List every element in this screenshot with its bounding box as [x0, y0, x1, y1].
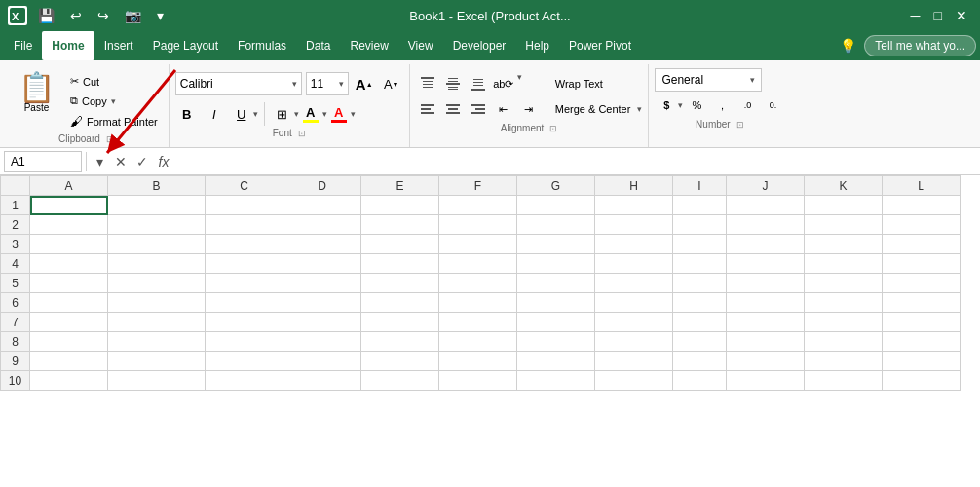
cell-c10[interactable]	[206, 371, 283, 391]
cell-a6[interactable]	[30, 293, 108, 313]
cell-i2[interactable]	[673, 215, 727, 235]
formula-input[interactable]	[176, 155, 976, 169]
decrease-decimal-button[interactable]: 0.	[761, 94, 784, 117]
top-align-button[interactable]	[416, 72, 439, 95]
cell-a10[interactable]	[30, 371, 108, 391]
cell-d8[interactable]	[283, 332, 361, 352]
font-family-selector[interactable]: Calibri ▾	[175, 72, 302, 95]
cell-f1[interactable]	[439, 196, 517, 215]
bold-button[interactable]: B	[175, 102, 199, 126]
cell-a8[interactable]	[30, 332, 108, 352]
cell-k1[interactable]	[805, 196, 883, 215]
cell-d9[interactable]	[283, 352, 361, 371]
decrease-font-size-button[interactable]: A▼	[380, 72, 403, 95]
cell-a3[interactable]	[30, 235, 108, 254]
cell-reference-box[interactable]: A1	[4, 151, 82, 172]
cell-g5[interactable]	[517, 274, 595, 293]
fx-button[interactable]: fx	[155, 153, 172, 170]
cell-b7[interactable]	[108, 313, 206, 332]
undo-button[interactable]: ↩	[65, 6, 87, 25]
cell-c6[interactable]	[206, 293, 283, 313]
cell-e7[interactable]	[361, 313, 439, 332]
cell-c3[interactable]	[206, 235, 283, 254]
save-button[interactable]: 💾	[33, 6, 59, 25]
cell-h4[interactable]	[595, 254, 673, 274]
cell-b1[interactable]	[108, 196, 206, 215]
dollar-button[interactable]: $	[655, 94, 678, 117]
number-format-selector[interactable]: General ▾	[655, 68, 762, 92]
cell-k8[interactable]	[805, 332, 883, 352]
cell-l6[interactable]	[883, 293, 961, 313]
menu-item-help[interactable]: Help	[515, 31, 559, 60]
cell-h8[interactable]	[595, 332, 673, 352]
cell-b6[interactable]	[108, 293, 206, 313]
clipboard-expand-icon[interactable]: ⊡	[106, 134, 114, 144]
expand-formula-button[interactable]: ▾	[91, 153, 108, 170]
cell-e9[interactable]	[361, 352, 439, 371]
cell-h5[interactable]	[595, 274, 673, 293]
decrease-indent-button[interactable]: ⇤	[492, 97, 515, 121]
left-align-button[interactable]	[416, 97, 439, 121]
menu-item-power-pivot[interactable]: Power Pivot	[559, 31, 641, 60]
cell-h9[interactable]	[595, 352, 673, 371]
cell-i9[interactable]	[673, 352, 727, 371]
cell-c7[interactable]	[206, 313, 283, 332]
menu-item-file[interactable]: File	[4, 31, 42, 60]
cell-k2[interactable]	[805, 215, 883, 235]
cell-h2[interactable]	[595, 215, 673, 235]
cell-i10[interactable]	[673, 371, 727, 391]
cell-b3[interactable]	[108, 235, 206, 254]
cell-h7[interactable]	[595, 313, 673, 332]
cancel-formula-button[interactable]: ✕	[112, 153, 130, 170]
cell-d3[interactable]	[283, 235, 361, 254]
cell-c2[interactable]	[206, 215, 283, 235]
cell-d5[interactable]	[283, 274, 361, 293]
middle-align-button[interactable]	[441, 72, 465, 95]
cell-j1[interactable]	[727, 196, 805, 215]
cell-i8[interactable]	[673, 332, 727, 352]
cell-h1[interactable]	[595, 196, 673, 215]
copy-button[interactable]: ⧉ Copy ▾	[65, 92, 163, 110]
orient-dropdown-icon[interactable]: ▾	[517, 72, 522, 95]
menu-item-insert[interactable]: Insert	[94, 31, 143, 60]
cell-e8[interactable]	[361, 332, 439, 352]
cell-k6[interactable]	[805, 293, 883, 313]
cell-f9[interactable]	[439, 352, 517, 371]
font-color-dropdown-icon[interactable]: ▾	[351, 109, 356, 119]
cell-d7[interactable]	[283, 313, 361, 332]
cell-i6[interactable]	[673, 293, 727, 313]
menu-item-review[interactable]: Review	[340, 31, 397, 60]
cell-g1[interactable]	[517, 196, 595, 215]
cell-l1[interactable]	[883, 196, 961, 215]
merge-center-button[interactable]: Merge & Center	[548, 97, 638, 121]
cell-b2[interactable]	[108, 215, 206, 235]
cell-l2[interactable]	[883, 215, 961, 235]
customize-button[interactable]: ▾	[152, 6, 169, 25]
cell-h3[interactable]	[595, 235, 673, 254]
cell-e4[interactable]	[361, 254, 439, 274]
center-align-button[interactable]	[441, 97, 465, 121]
cell-c5[interactable]	[206, 274, 283, 293]
orient-text-button[interactable]: ab⟳	[492, 72, 515, 95]
cell-f3[interactable]	[439, 235, 517, 254]
dollar-dropdown-icon[interactable]: ▾	[678, 100, 683, 110]
cell-j10[interactable]	[727, 371, 805, 391]
cell-e1[interactable]	[361, 196, 439, 215]
cell-k5[interactable]	[805, 274, 883, 293]
number-expand-icon[interactable]: ⊡	[736, 120, 744, 130]
cell-i1[interactable]	[673, 196, 727, 215]
cell-g6[interactable]	[517, 293, 595, 313]
right-align-button[interactable]	[467, 97, 490, 121]
wrap-text-button[interactable]: Wrap Text	[548, 72, 643, 95]
cell-i3[interactable]	[673, 235, 727, 254]
cell-l4[interactable]	[883, 254, 961, 274]
cell-f2[interactable]	[439, 215, 517, 235]
cell-j2[interactable]	[727, 215, 805, 235]
cell-j7[interactable]	[727, 313, 805, 332]
cell-j8[interactable]	[727, 332, 805, 352]
camera-button[interactable]: 📷	[120, 6, 146, 25]
menu-item-page-layout[interactable]: Page Layout	[143, 31, 228, 60]
font-size-selector[interactable]: 11 ▾	[306, 72, 349, 95]
merge-center-dropdown-icon[interactable]: ▾	[637, 104, 642, 114]
cell-k7[interactable]	[805, 313, 883, 332]
